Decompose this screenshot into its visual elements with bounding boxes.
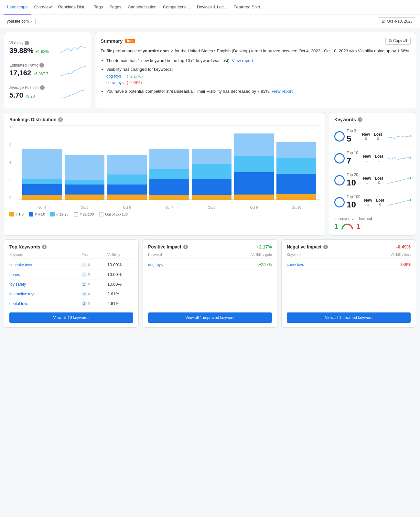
kw-top20-sparkline	[388, 175, 411, 185]
svg-point-1	[410, 157, 411, 159]
kw-top3-left: Top 3 5	[334, 129, 356, 144]
negative-impact-pct: -0.49%	[396, 244, 411, 249]
nav-cannibalization[interactable]: Cannibalization	[124, 0, 160, 15]
summary-title: Summary beta	[101, 38, 135, 44]
summary-text: Traffic performance of yoursite.com ↗ fo…	[101, 48, 411, 54]
svg-point-0	[410, 135, 411, 137]
nav-landscape[interactable]: Landscape	[4, 0, 31, 15]
positive-impact-table-header: Keyword Visibility gain	[148, 253, 272, 259]
kw-dental-toys-link[interactable]: dental toys	[9, 301, 81, 306]
position-metric: Average Position i 5.70 ↑9.20	[9, 81, 86, 103]
view-report-link-2[interactable]: View report	[272, 89, 293, 94]
position-sparkline	[60, 86, 86, 99]
nav-pages[interactable]: Pages	[106, 0, 124, 15]
table-row: interactive toys 30 2.61%	[9, 289, 133, 299]
bar-oct5	[65, 125, 104, 200]
rankings-title: Rankings Distribution i	[9, 117, 319, 122]
table-row: dental toys 30 2.61%	[9, 299, 133, 309]
positive-impact-row: dog toys +2.17%	[148, 260, 272, 269]
kw-top3-circle	[334, 131, 345, 142]
date-picker[interactable]: 🗓 Oct 4-10, 2023	[378, 17, 416, 25]
negative-impact-table-header: Keyword Visibility loss	[287, 253, 411, 259]
kw-toy-safety-link[interactable]: toy safety	[9, 282, 81, 287]
navigation: Landscape Overview Rankings Dist... Tags…	[0, 0, 420, 15]
positive-impact-title: Positive Impact i	[148, 244, 188, 249]
rankings-info-icon[interactable]: i	[58, 117, 63, 122]
bar-oct6	[107, 125, 147, 200]
beta-badge: beta	[125, 39, 135, 43]
gauge-icon	[341, 223, 354, 230]
keywords-info-icon[interactable]: i	[358, 117, 362, 122]
metrics-card: Visibility i 39.88% +1.68% Estimated Tra…	[4, 32, 91, 108]
kw-top20-left: Top 20 10	[334, 173, 358, 188]
nav-competitors[interactable]: Competitors ...	[160, 0, 194, 15]
neg-kw-chew-toys-link[interactable]: chew toys	[287, 262, 378, 267]
position-info-icon[interactable]: i	[40, 85, 45, 90]
pos-cell: 10	[81, 272, 107, 277]
kw-squeaky-toys-link[interactable]: squeaky toys	[9, 263, 81, 267]
bottom-row: Top Keywords i Keyword Pos. Visibility s…	[4, 239, 416, 328]
legend-11-20: # 11-20	[50, 212, 68, 216]
calendar-icon: 🗓	[382, 19, 385, 24]
visibility-sparkline	[60, 41, 86, 54]
positive-impact-info-icon[interactable]: i	[183, 245, 188, 249]
nav-rankings-dist[interactable]: Rankings Dist...	[55, 0, 91, 15]
visibility-info-icon[interactable]: i	[25, 41, 29, 45]
bullet-3: You have a potential competitor streamse…	[106, 88, 411, 95]
position-value: 5.70 ↑9.20	[9, 91, 45, 100]
kw-chew-toys-link[interactable]: chew toys	[106, 80, 124, 86]
view-report-link-1[interactable]: View report	[232, 58, 253, 63]
view-all-improved-button[interactable]: View all 1 improved keyword	[148, 312, 272, 323]
kw-chew-toys-change: (-0.49%)	[127, 80, 143, 86]
bar-oct8	[192, 125, 232, 200]
filter-bar: yoursite.com × 🗓 Oct 4-10, 2023	[0, 15, 420, 28]
kw-top10-new-lost: New1 Lost1	[363, 154, 383, 163]
negative-impact-header: Negative Impact i -0.49%	[287, 244, 411, 249]
kw-top100-sparkline	[388, 197, 411, 207]
nav-featured[interactable]: Featured Snip...	[231, 0, 267, 15]
domain-close-icon[interactable]: ×	[30, 19, 33, 24]
svg-point-3	[410, 199, 411, 201]
traffic-info-icon[interactable]: i	[39, 63, 44, 68]
kw-bones-link[interactable]: bones	[9, 272, 81, 277]
copy-all-button[interactable]: ⧉ Copy all	[385, 37, 411, 45]
view-all-improved-section: View all 1 improved keyword	[148, 309, 272, 323]
date-label: Oct 4-10, 2023	[387, 19, 413, 24]
copy-label: Copy all	[393, 38, 407, 43]
kw-top3-new-lost: New0 Lost0	[362, 132, 382, 141]
nav-devices[interactable]: Devices & Loc...	[194, 0, 231, 15]
view-all-keywords-button[interactable]: View all 10 keywords	[9, 312, 133, 323]
top-keywords-header: Keyword Pos. Visibility	[9, 253, 133, 259]
bar-oct10	[276, 125, 316, 200]
bar-oct4	[22, 125, 62, 200]
positive-impact-header: Positive Impact i +2.17%	[148, 244, 272, 249]
svg-point-2	[410, 177, 411, 179]
neg-kw-chew-toys-val: -0.49%	[378, 262, 411, 267]
domain-filter[interactable]: yoursite.com ×	[4, 18, 36, 25]
domain-external-link[interactable]: ↗	[169, 48, 174, 53]
view-all-declined-button[interactable]: View all 1 declined keyword	[287, 312, 411, 323]
nav-overview[interactable]: Overview	[31, 0, 55, 15]
kw-interactive-toys-link[interactable]: interactive toys	[9, 292, 81, 296]
negative-impact-row: chew toys -0.49%	[287, 260, 411, 269]
top-keywords-info-icon[interactable]: i	[42, 245, 47, 249]
kw-top100-left: Top 100 10	[334, 195, 361, 210]
kw-change-table: dog toys (+2.17%) chew toys (-0.49%)	[106, 73, 143, 86]
summary-header: Summary beta ⧉ Copy all	[101, 37, 411, 45]
keywords-panel-title: Keywords i	[334, 117, 411, 122]
nav-tags[interactable]: Tags	[91, 0, 106, 15]
kw-top10-row: Top 10 7 New1 Lost1	[334, 147, 411, 169]
chart-legend: # 1-3 # 4-10 # 11-20 # 21-100 Out of top…	[9, 212, 319, 216]
summary-card: Summary beta ⧉ Copy all Traffic performa…	[95, 32, 416, 108]
kw-top3-sparkline	[388, 132, 411, 141]
traffic-metric: Estimated Traffic i 17,162 +6,367.7	[9, 59, 86, 81]
pos-cell: 10	[81, 282, 107, 287]
x-axis: Oct 4 Oct 5 Oct 6 Oct 7 Oct 8 Oct 9 Oct …	[19, 205, 319, 209]
bar-oct7	[149, 125, 189, 200]
pos-kw-dog-toys-link[interactable]: dog toys	[148, 262, 240, 267]
kw-top10-circle	[334, 153, 345, 164]
negative-impact-info-icon[interactable]: i	[323, 245, 328, 249]
kw-top100-new-lost: New1 Lost0	[364, 198, 384, 206]
kw-dog-toys-link[interactable]: dog toys	[106, 73, 124, 79]
negative-impact-card: Negative Impact i -0.49% Keyword Visibil…	[281, 239, 416, 328]
